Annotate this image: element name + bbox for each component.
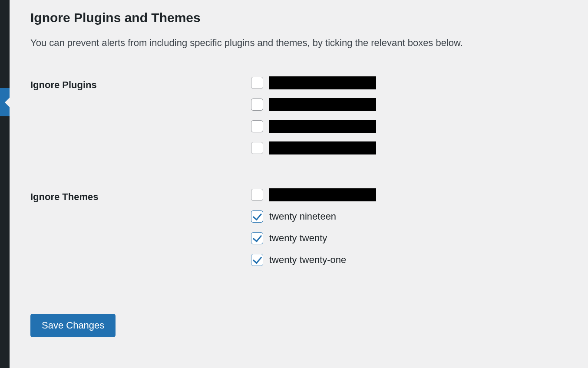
theme-checkbox-3[interactable] (251, 254, 263, 266)
settings-form: Ignore Plugins (30, 76, 567, 275)
theme-item (251, 188, 567, 202)
plugin-checkbox-3[interactable] (251, 142, 263, 154)
plugin-item (251, 98, 567, 112)
ignore-plugins-label: Ignore Plugins (30, 76, 251, 91)
ignore-themes-label: Ignore Themes (30, 188, 251, 203)
sidebar-active-indicator (0, 88, 10, 116)
theme-label: twenty twenty (269, 233, 327, 244)
plugin-checkbox-2[interactable] (251, 120, 263, 132)
page-description: You can prevent alerts from including sp… (30, 36, 567, 50)
theme-checkbox-1[interactable] (251, 210, 263, 223)
plugin-checkbox-0[interactable] (251, 77, 263, 89)
theme-item: twenty twenty (251, 231, 567, 245)
admin-sidebar (0, 0, 10, 368)
theme-item: twenty twenty-one (251, 253, 567, 267)
ignore-plugins-row: Ignore Plugins (30, 76, 567, 163)
main-content: Ignore Plugins and Themes You can preven… (10, 0, 588, 368)
ignore-themes-row: Ignore Themes twenty nineteen twenty twe… (30, 188, 567, 275)
page-title: Ignore Plugins and Themes (30, 10, 567, 25)
theme-item: twenty nineteen (251, 210, 567, 223)
plugin-checkbox-1[interactable] (251, 99, 263, 111)
plugin-label-redacted (269, 98, 376, 111)
theme-checkbox-2[interactable] (251, 232, 263, 244)
plugin-item (251, 119, 567, 133)
plugin-label-redacted (269, 120, 376, 133)
plugin-label-redacted (269, 76, 376, 89)
plugin-item (251, 141, 567, 155)
theme-label-redacted (269, 188, 376, 201)
plugin-item (251, 76, 567, 90)
ignore-plugins-field (251, 76, 567, 163)
theme-checkbox-0[interactable] (251, 189, 263, 201)
plugin-label-redacted (269, 141, 376, 154)
save-button[interactable]: Save Changes (30, 314, 116, 337)
theme-label: twenty twenty-one (269, 254, 346, 266)
ignore-themes-field: twenty nineteen twenty twenty twenty twe… (251, 188, 567, 275)
theme-label: twenty nineteen (269, 211, 336, 222)
